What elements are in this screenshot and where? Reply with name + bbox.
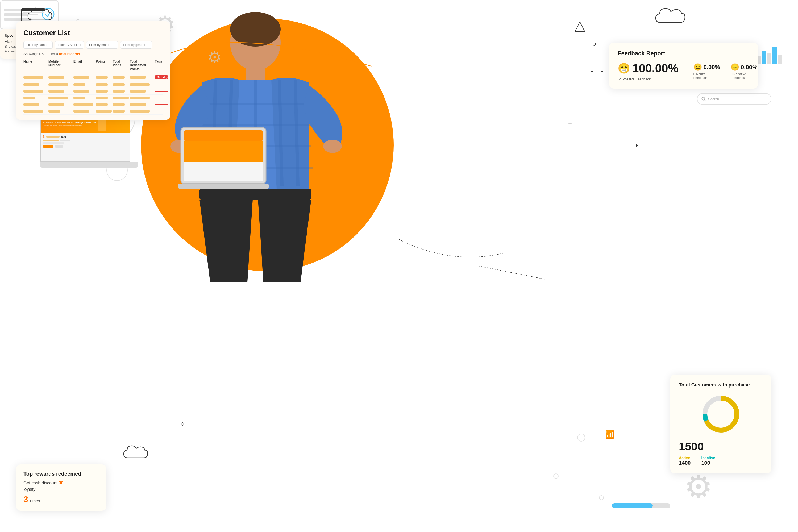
rewards-highlight-number: 30 xyxy=(59,481,63,485)
negative-emoji: 😞 xyxy=(731,63,739,71)
cell-points xyxy=(96,90,108,93)
laptop-bar-sm-2 xyxy=(60,140,71,141)
cell-mobile xyxy=(49,97,68,99)
laptop-hero-subtext: Gather real-time insights and improve yo… xyxy=(43,125,96,127)
search-deco-text: Search... xyxy=(708,97,722,101)
table-row xyxy=(23,101,163,108)
laptop-score-val: 500 xyxy=(61,135,66,138)
cell-name xyxy=(23,90,43,93)
birthday-label: Birthday: xyxy=(5,45,17,49)
active-value: 1400 xyxy=(679,460,691,466)
col-mobile: MobileNumber xyxy=(49,60,72,71)
feedback-positive-main: 😁 100.00% xyxy=(618,62,679,75)
rewards-times: 3 Times xyxy=(23,494,99,504)
svg-rect-26 xyxy=(184,162,263,181)
cell-redeemed xyxy=(130,90,146,93)
hline-1 xyxy=(574,144,607,144)
tag-red-1 xyxy=(155,91,168,92)
cell-visits xyxy=(113,90,125,93)
progress-bar-card xyxy=(612,503,670,508)
progress-bar-fill xyxy=(612,503,653,508)
cell-email xyxy=(73,110,89,113)
customer-list-title: Customer List xyxy=(23,29,163,37)
cell-name xyxy=(23,110,43,113)
table-row xyxy=(23,95,163,101)
col-visits: TotalVisits xyxy=(113,60,129,71)
filter-mobile-input[interactable] xyxy=(55,41,84,49)
cell-redeemed xyxy=(130,97,150,99)
cell-visits xyxy=(113,103,125,106)
cell-redeemed xyxy=(130,76,146,79)
customer-list-card: Customer List Filter by gender Showing: … xyxy=(16,21,170,120)
feedback-negative-block: 😞 0.00% 0 Negative Feedback xyxy=(731,63,757,80)
col-points: Points xyxy=(96,60,112,71)
rewards-times-label: Times xyxy=(29,498,40,503)
laptop-body: 3 500 xyxy=(41,133,130,149)
cell-email xyxy=(73,76,89,79)
rewards-times-number: 3 xyxy=(23,494,28,504)
laptop-score-row: 3 500 xyxy=(43,135,128,138)
active-label: Active xyxy=(679,456,691,460)
laptop-hero-heading: Transform Customer Feedback into Meaning… xyxy=(43,121,96,124)
cell-name xyxy=(23,76,43,79)
feedback-neutral-main: 😐 0.00% xyxy=(694,63,720,71)
laptop-bar xyxy=(46,136,60,138)
laptop-bar-sm-1 xyxy=(43,140,59,141)
inactive-value: 100 xyxy=(701,460,715,466)
laptop-bar-sm-3 xyxy=(43,142,64,144)
cell-visits xyxy=(113,76,125,79)
rewards-card: Top rewards redeemed Get cash discount 3… xyxy=(16,464,107,511)
table-row xyxy=(23,88,163,95)
laptop-row-2 xyxy=(43,142,128,144)
cell-email xyxy=(73,103,93,106)
plus-deco: + xyxy=(568,120,572,127)
customers-card-title: Total Customers with purchase xyxy=(679,382,763,388)
customers-breakdown: Active 1400 Inactive 100 xyxy=(679,456,763,466)
donut-chart-container xyxy=(679,393,763,435)
svg-rect-24 xyxy=(184,130,263,141)
rewards-loyalty: loyalty xyxy=(23,487,99,492)
neutral-pct: 0.00% xyxy=(704,64,720,71)
bar-chart-deco xyxy=(757,42,782,64)
cell-redeemed xyxy=(130,83,150,86)
filter-name-input[interactable] xyxy=(23,41,53,49)
arrow-1 xyxy=(636,144,639,147)
search-bar-deco: Search... xyxy=(697,93,772,105)
svg-rect-21 xyxy=(200,189,311,200)
tag-birthday: Birthday: xyxy=(155,75,168,79)
cell-name xyxy=(23,103,39,106)
donut-chart xyxy=(700,393,742,435)
bracket-deco-1 xyxy=(590,58,604,73)
svg-marker-28 xyxy=(575,22,585,32)
small-circle-2 xyxy=(593,42,596,46)
filter-row[interactable]: Filter by gender xyxy=(23,41,163,49)
neutral-label: 0 Neutral Feedback xyxy=(694,72,720,80)
cloud-icon-2 xyxy=(654,5,691,28)
col-name: Name xyxy=(23,60,48,71)
svg-point-20 xyxy=(323,140,342,153)
cell-visits xyxy=(113,97,129,99)
col-redeemed: Total RedeemedPoints xyxy=(130,60,154,71)
customers-card: Total Customers with purchase 1500 Activ… xyxy=(670,375,772,474)
table-row xyxy=(23,81,163,88)
table-row: Birthday: xyxy=(23,73,163,81)
laptop-btn-1 xyxy=(43,145,54,148)
total-records-label: total records xyxy=(59,52,80,56)
filter-gender-select[interactable]: Filter by gender xyxy=(120,41,152,49)
negative-pct: 0.00% xyxy=(741,64,757,71)
tag-red-2 xyxy=(155,104,168,105)
signal-deco: 📶 xyxy=(605,430,614,439)
svg-line-3 xyxy=(479,266,545,279)
cell-points xyxy=(96,76,108,79)
cell-name xyxy=(23,97,35,99)
feedback-report-title: Feedback Report xyxy=(618,50,749,57)
cell-redeemed xyxy=(130,103,146,106)
filter-email-input[interactable] xyxy=(86,41,118,49)
laptop-hero-text: Transform Customer Feedback into Meaning… xyxy=(43,121,96,126)
cell-points xyxy=(96,103,108,106)
table-row xyxy=(23,108,163,115)
feedback-neutral-block: 😐 0.00% 0 Neutral Feedback xyxy=(694,63,720,80)
svg-line-1 xyxy=(704,100,705,101)
cell-points xyxy=(96,97,108,99)
feedback-positive-block: 😁 100.00% 54 Positive Feedback xyxy=(618,62,679,81)
